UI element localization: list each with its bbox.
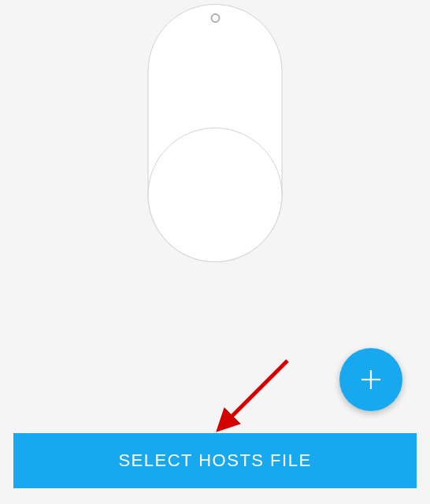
arrow-annotation: [209, 354, 303, 441]
toggle-pivot-hole: [210, 13, 220, 23]
power-toggle[interactable]: [148, 4, 283, 262]
select-hosts-file-label: SELECT HOSTS FILE: [118, 450, 311, 470]
toggle-knob: [148, 128, 283, 262]
plus-icon: [359, 368, 383, 391]
svg-line-3: [223, 361, 287, 425]
select-hosts-file-button[interactable]: SELECT HOSTS FILE: [13, 433, 417, 488]
add-button[interactable]: [339, 348, 402, 411]
